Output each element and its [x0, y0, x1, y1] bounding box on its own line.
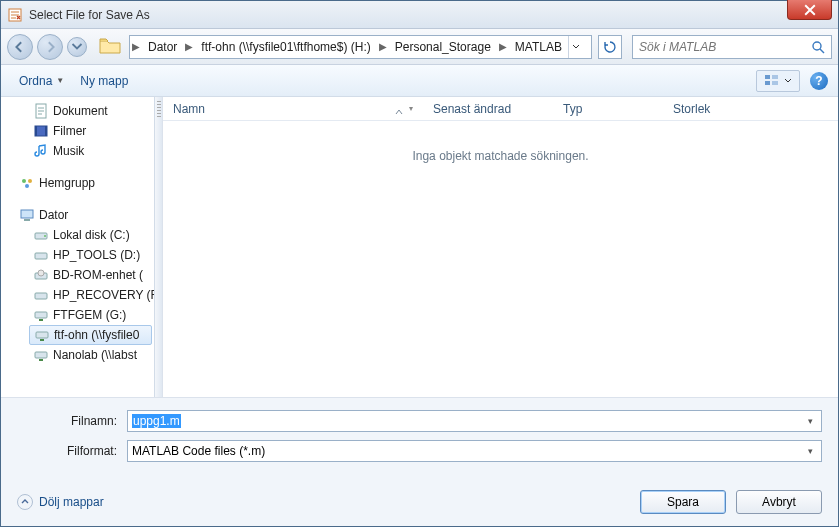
crumb-folder2[interactable]: MATLAB: [509, 36, 568, 58]
sidebar-homegroup[interactable]: Hemgrupp: [1, 173, 162, 193]
sidebar-drive-f[interactable]: HP_RECOVERY (F: [1, 285, 162, 305]
svg-point-9: [28, 179, 32, 183]
disk-icon: [33, 227, 49, 243]
chevron-right-icon: ▶: [183, 41, 195, 52]
nav-bar: ▶ Dator ▶ ftf-ohn (\\fysfile01\ftfhome$)…: [1, 29, 838, 65]
form-area: Filnamn: uppg1.m ▾ Filformat: MATLAB Cod…: [1, 397, 838, 478]
format-select[interactable]: MATLAB Code files (*.m) ▾: [127, 440, 822, 462]
svg-rect-11: [21, 210, 33, 218]
chevron-up-icon: [17, 494, 33, 510]
sidebar-music[interactable]: Musik: [1, 141, 162, 161]
chevron-right-icon: ▶: [497, 41, 509, 52]
organize-menu[interactable]: Ordna ▼: [11, 70, 72, 92]
sidebar-videos[interactable]: Filmer: [1, 121, 162, 141]
film-icon: [33, 123, 49, 139]
svg-rect-3: [765, 81, 770, 85]
sidebar: Dokument Filmer Musik Hemgrupp Dator: [1, 97, 163, 397]
crumb-drive[interactable]: ftf-ohn (\\fysfile01\ftfhome$) (H:): [195, 36, 376, 58]
hide-folders-toggle[interactable]: Dölj mappar: [17, 494, 104, 510]
sidebar-drive-c[interactable]: Lokal disk (C:): [1, 225, 162, 245]
svg-rect-12: [24, 219, 30, 221]
sidebar-resize-handle[interactable]: [154, 97, 162, 397]
format-label: Filformat:: [17, 444, 127, 458]
sort-asc-icon: [395, 105, 403, 113]
network-drive-icon: [33, 347, 49, 363]
svg-rect-19: [35, 312, 47, 318]
forward-button[interactable]: [37, 34, 63, 60]
back-button[interactable]: [7, 34, 33, 60]
homegroup-icon: [19, 175, 35, 191]
search-input[interactable]: [639, 40, 811, 54]
empty-message: Inga objekt matchade sökningen.: [163, 121, 838, 163]
search-icon[interactable]: [811, 40, 825, 54]
help-button[interactable]: ?: [810, 72, 828, 90]
search-box[interactable]: [632, 35, 832, 59]
svg-point-1: [813, 42, 821, 50]
app-icon: [7, 7, 23, 23]
disk-icon: [33, 287, 49, 303]
svg-rect-7: [45, 126, 47, 136]
column-name[interactable]: Namn ▾: [163, 97, 423, 120]
disk-icon: [33, 247, 49, 263]
computer-icon: [19, 207, 35, 223]
column-headers: Namn ▾ Senast ändrad Typ Storlek: [163, 97, 838, 121]
breadcrumb-dropdown[interactable]: [568, 36, 584, 58]
sidebar-documents[interactable]: Dokument: [1, 101, 162, 121]
cancel-button[interactable]: Avbryt: [736, 490, 822, 514]
svg-rect-6: [35, 126, 37, 136]
close-button[interactable]: [787, 0, 832, 20]
filename-dropdown[interactable]: ▾: [804, 416, 817, 426]
sidebar-drive-bd[interactable]: BD-ROM-enhet (: [1, 265, 162, 285]
crumb-folder1[interactable]: Personal_Storage: [389, 36, 497, 58]
svg-rect-18: [35, 293, 47, 299]
refresh-button[interactable]: [598, 35, 622, 59]
window-title: Select File for Save As: [29, 8, 150, 22]
music-icon: [33, 143, 49, 159]
sidebar-drive-d[interactable]: HP_TOOLS (D:): [1, 245, 162, 265]
body: Dokument Filmer Musik Hemgrupp Dator: [1, 97, 838, 397]
chevron-down-icon[interactable]: ▾: [409, 104, 413, 113]
svg-rect-20: [36, 332, 48, 338]
recent-dropdown[interactable]: [67, 37, 87, 57]
svg-rect-15: [35, 253, 47, 259]
column-type[interactable]: Typ: [553, 97, 663, 120]
new-folder-button[interactable]: Ny mapp: [72, 70, 136, 92]
svg-point-10: [25, 184, 29, 188]
sidebar-drive-h[interactable]: ftf-ohn (\\fysfile0: [29, 325, 152, 345]
svg-rect-21: [35, 352, 47, 358]
sidebar-drive-nano[interactable]: Nanolab (\\labst: [1, 345, 162, 365]
column-modified[interactable]: Senast ändrad: [423, 97, 553, 120]
document-icon: [33, 103, 49, 119]
svg-point-17: [38, 270, 44, 276]
save-as-dialog: Select File for Save As ▶ Dator ▶ ftf-oh…: [0, 0, 839, 527]
crumb-computer[interactable]: Dator: [142, 36, 183, 58]
sidebar-drive-g[interactable]: FTFGEM (G:): [1, 305, 162, 325]
network-drive-icon: [34, 327, 50, 343]
save-button[interactable]: Spara: [640, 490, 726, 514]
format-dropdown[interactable]: ▾: [804, 446, 817, 456]
toolbar: Ordna ▼ Ny mapp ?: [1, 65, 838, 97]
breadcrumb[interactable]: ▶ Dator ▶ ftf-ohn (\\fysfile01\ftfhome$)…: [129, 35, 592, 59]
filename-label: Filnamn:: [17, 414, 127, 428]
column-size[interactable]: Storlek: [663, 97, 838, 120]
network-drive-icon: [33, 307, 49, 323]
footer: Dölj mappar Spara Avbryt: [1, 478, 838, 526]
titlebar: Select File for Save As: [1, 1, 838, 29]
folder-icon: [99, 37, 121, 57]
filename-input[interactable]: uppg1.m ▾: [127, 410, 822, 432]
sidebar-computer[interactable]: Dator: [1, 205, 162, 225]
optical-icon: [33, 267, 49, 283]
chevron-right-icon: ▶: [377, 41, 389, 52]
view-mode-button[interactable]: [756, 70, 800, 92]
format-value: MATLAB Code files (*.m): [132, 444, 265, 458]
svg-point-14: [44, 235, 46, 237]
chevron-down-icon: ▼: [56, 76, 64, 85]
svg-rect-2: [765, 75, 770, 79]
filename-value: uppg1.m: [132, 414, 181, 428]
chevron-right-icon[interactable]: ▶: [130, 41, 142, 52]
svg-point-8: [22, 179, 26, 183]
file-list-area: Namn ▾ Senast ändrad Typ Storlek Inga ob…: [163, 97, 838, 397]
